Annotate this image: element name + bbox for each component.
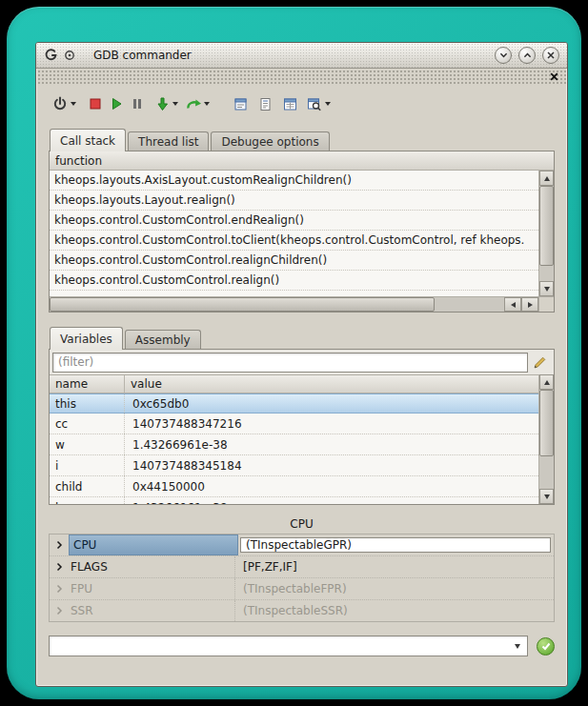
scrollbar-thumb[interactable] [539, 390, 554, 456]
run-button[interactable] [106, 92, 127, 115]
tab-assembly[interactable]: Assembly [125, 330, 201, 349]
callstack-row[interactable]: kheops.control.CustomControl.realignChil… [50, 251, 538, 271]
variable-name: w [50, 434, 125, 454]
scrollbar-track[interactable] [435, 297, 504, 312]
filter-pen-icon [533, 355, 547, 370]
variable-row[interactable]: this 0xc65db0 [50, 393, 538, 414]
step-over-button[interactable] [183, 92, 204, 115]
arrow-up-icon [544, 176, 550, 181]
tab-variables[interactable]: Variables [50, 327, 123, 350]
power-icon [52, 96, 68, 111]
filter-pen-button[interactable] [528, 355, 551, 370]
variables-vertical-scrollbar[interactable] [538, 374, 554, 504]
filter-input[interactable] [52, 353, 528, 373]
source-frame-button[interactable] [230, 92, 251, 115]
watch-eval-dropdown-icon[interactable] [325, 102, 331, 106]
app-icon[interactable] [44, 48, 59, 63]
cpu-row-value: (TInspectableGPR) [238, 535, 554, 555]
cpu-inspector: CPU (TInspectableGPR) FLAGS [PF,ZF,IF] F… [49, 534, 555, 622]
stop-button[interactable] [85, 92, 106, 115]
variable-name: b [50, 497, 125, 504]
memory-view-button[interactable] [279, 92, 300, 115]
close-button[interactable] [542, 47, 559, 64]
scroll-right-button[interactable] [521, 297, 538, 312]
stop-icon [89, 97, 102, 111]
cpu-row-name: CPU [69, 535, 238, 555]
power-button[interactable] [50, 92, 71, 115]
arrow-up-icon [544, 380, 550, 385]
run-icon [110, 97, 123, 111]
step-over-icon [186, 97, 202, 111]
cpu-row[interactable]: CPU (TInspectableGPR) [50, 535, 554, 556]
cpu-row[interactable]: FPU (TInspectableFPR) [50, 578, 554, 600]
main-content: Call stack Thread list Debugee options f… [36, 123, 567, 686]
variable-row[interactable]: b 1.43266961e-38 [50, 497, 538, 504]
callstack-row[interactable]: kheops.control.CustomControl.endRealign(… [50, 211, 538, 231]
step-over-dropdown-icon[interactable] [204, 102, 210, 106]
dock-close-button[interactable] [548, 71, 560, 83]
scroll-down-button[interactable] [539, 489, 554, 504]
scroll-up-button[interactable] [539, 374, 554, 390]
combo-dropdown-icon [515, 644, 520, 649]
gdb-command-input[interactable] [50, 638, 508, 654]
gdb-command-combobox[interactable] [49, 635, 528, 656]
cpu-row[interactable]: FLAGS [PF,ZF,IF] [50, 556, 554, 578]
scroll-left-button[interactable] [504, 297, 521, 312]
tab-call-stack[interactable]: Call stack [50, 129, 126, 151]
callstack-column-header[interactable]: function [50, 151, 554, 171]
output-list-button[interactable] [254, 92, 275, 115]
list-page-icon [258, 97, 273, 111]
expander-icon[interactable] [50, 578, 69, 599]
scrollbar-track[interactable] [539, 266, 554, 281]
scroll-down-button[interactable] [539, 281, 554, 296]
accent-frame: GDB commander [7, 7, 581, 699]
maximize-button[interactable] [518, 47, 536, 64]
pause-button[interactable] [127, 92, 148, 115]
scrollbar-track[interactable] [539, 456, 554, 489]
tab-thread-list[interactable]: Thread list [128, 131, 209, 151]
variable-name: child [50, 476, 125, 496]
send-command-button[interactable] [537, 637, 555, 656]
dock-grip-bar[interactable] [36, 69, 567, 85]
scroll-up-button[interactable] [539, 171, 554, 186]
expander-icon[interactable] [50, 535, 69, 555]
column-header-value[interactable]: value [125, 375, 538, 393]
combo-dropdown-button[interactable] [508, 636, 527, 656]
step-into-button[interactable] [152, 92, 172, 115]
cpu-row-name: SSR [69, 600, 234, 621]
watch-window-icon [307, 97, 322, 111]
titlebar[interactable]: GDB commander [36, 43, 567, 69]
variable-row[interactable]: i 140737488345184 [50, 455, 538, 476]
callstack-horizontal-scrollbar[interactable] [50, 296, 554, 312]
callstack-row[interactable]: kheops.layouts.AxisLayout.customRealignC… [50, 171, 538, 191]
callstack-row[interactable]: kheops.control.CustomControl.realign() [50, 271, 538, 291]
scrollbar-corner [538, 297, 554, 312]
variable-value: 1.43266961e-38 [125, 434, 538, 454]
variable-row[interactable]: child 0x44150000 [50, 476, 538, 497]
callstack-vertical-scrollbar[interactable] [538, 171, 554, 296]
watch-eval-button[interactable] [304, 92, 325, 115]
scrollbar-thumb[interactable] [50, 297, 435, 312]
expander-icon[interactable] [50, 556, 69, 577]
tab-debugee-options[interactable]: Debugee options [211, 131, 329, 151]
cpu-section-title: CPU [49, 514, 555, 534]
callstack-row[interactable]: kheops.layouts.Layout.realign() [50, 191, 538, 211]
cpu-row[interactable]: SSR (TInspectableSSR) [50, 600, 554, 621]
dock-close-icon [550, 72, 558, 81]
variable-row[interactable]: w 1.43266961e-38 [50, 434, 538, 455]
scrollbar-thumb[interactable] [539, 186, 554, 266]
shade-button[interactable] [495, 47, 512, 64]
menu-icon[interactable] [64, 50, 75, 61]
step-into-dropdown-icon[interactable] [172, 102, 178, 106]
cpu-value-field[interactable]: (TInspectableGPR) [240, 537, 551, 553]
variable-value: 140737488345184 [125, 455, 538, 475]
power-dropdown-icon[interactable] [71, 102, 76, 106]
column-header-name[interactable]: name [50, 375, 125, 393]
callstack-panel: function kheops.layouts.AxisLayout.custo… [49, 151, 555, 313]
variable-value: 0x44150000 [125, 476, 538, 496]
callstack-list: kheops.layouts.AxisLayout.customRealignC… [50, 171, 538, 296]
variable-row[interactable]: cc 140737488347216 [50, 414, 538, 434]
expander-icon[interactable] [50, 600, 69, 621]
callstack-row[interactable]: kheops.control.CustomControl.toClient(kh… [50, 231, 538, 251]
gdb-commander-window: GDB commander [35, 42, 568, 687]
